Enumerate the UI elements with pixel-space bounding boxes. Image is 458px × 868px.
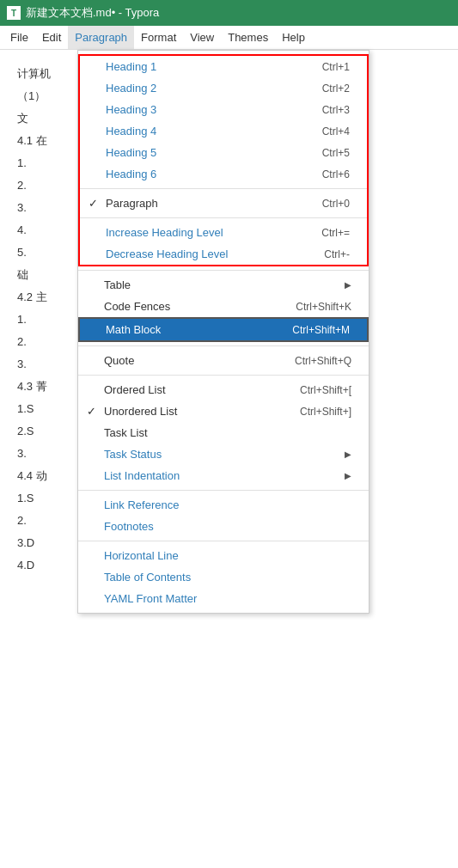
title-bar-text: 新建文本文档.md• - Typora — [26, 5, 159, 21]
table-arrow-icon: ▶ — [345, 280, 351, 290]
menu-item-list-indentation[interactable]: List Indentation ▶ — [78, 465, 369, 486]
separator-4 — [78, 345, 369, 346]
menu-item-heading4[interactable]: Heading 4 Ctrl+4 — [80, 120, 367, 142]
menu-item-yaml-front-matter[interactable]: YAML Front Matter — [78, 588, 369, 609]
menu-item-quote[interactable]: Quote Ctrl+Shift+Q — [78, 350, 369, 371]
menu-item-footnotes[interactable]: Footnotes — [78, 516, 369, 537]
checkmark-paragraph: ✓ — [89, 197, 98, 210]
menu-item-increase-heading[interactable]: Increase Heading Level Ctrl+= — [80, 222, 367, 243]
menu-item-decrease-heading[interactable]: Decrease Heading Level Ctrl+- — [80, 243, 367, 265]
menu-themes[interactable]: Themes — [221, 26, 275, 49]
menu-edit[interactable]: Edit — [35, 26, 68, 49]
menu-item-table[interactable]: Table ▶ — [78, 274, 369, 296]
menu-bar: File Edit Paragraph Format View Themes H… — [0, 26, 458, 50]
menu-help[interactable]: Help — [275, 26, 312, 49]
separator-3 — [78, 270, 369, 271]
menu-item-math-block[interactable]: Math Block Ctrl+Shift+M — [80, 319, 367, 340]
menu-item-task-status[interactable]: Task Status ▶ — [78, 443, 369, 465]
menu-item-heading3[interactable]: Heading 3 Ctrl+3 — [80, 99, 367, 120]
separator-2 — [80, 217, 367, 218]
separator-6 — [78, 490, 369, 491]
menu-item-link-reference[interactable]: Link Reference — [78, 494, 369, 516]
menu-item-heading5[interactable]: Heading 5 Ctrl+5 — [80, 142, 367, 163]
separator-5 — [78, 375, 369, 376]
math-block-bordered: Math Block Ctrl+Shift+M — [78, 317, 369, 342]
headings-bordered-section: Heading 1 Ctrl+1 Heading 2 Ctrl+2 Headin… — [78, 54, 369, 266]
menu-item-heading2[interactable]: Heading 2 Ctrl+2 — [80, 77, 367, 99]
checkmark-unordered-list: ✓ — [87, 405, 96, 418]
menu-paragraph[interactable]: Paragraph — [68, 26, 134, 49]
menu-item-heading1[interactable]: Heading 1 Ctrl+1 — [80, 56, 367, 77]
list-indentation-arrow-icon: ▶ — [345, 471, 351, 480]
separator-1 — [80, 188, 367, 189]
dropdown-menu: Heading 1 Ctrl+1 Heading 2 Ctrl+2 Headin… — [77, 50, 369, 614]
menu-item-ordered-list[interactable]: Ordered List Ctrl+Shift+[ — [78, 379, 369, 400]
menu-item-table-of-contents[interactable]: Table of Contents — [78, 566, 369, 588]
menu-item-paragraph[interactable]: ✓ Paragraph Ctrl+0 — [80, 193, 367, 214]
app-icon: T — [7, 6, 21, 20]
menu-item-horizontal-line[interactable]: Horizontal Line — [78, 545, 369, 566]
menu-view[interactable]: View — [183, 26, 221, 49]
menu-item-code-fences[interactable]: Code Fences Ctrl+Shift+K — [78, 296, 369, 317]
separator-7 — [78, 541, 369, 541]
title-bar: T 新建文本文档.md• - Typora — [0, 0, 458, 26]
menu-file[interactable]: File — [3, 26, 35, 49]
task-status-arrow-icon: ▶ — [345, 449, 351, 459]
menu-format[interactable]: Format — [134, 26, 183, 49]
menu-item-heading6[interactable]: Heading 6 Ctrl+6 — [80, 163, 367, 185]
menu-item-task-list[interactable]: Task List — [78, 422, 369, 443]
paragraph-dropdown: Heading 1 Ctrl+1 Heading 2 Ctrl+2 Headin… — [77, 50, 369, 614]
menu-item-unordered-list[interactable]: ✓ Unordered List Ctrl+Shift+] — [78, 400, 369, 422]
